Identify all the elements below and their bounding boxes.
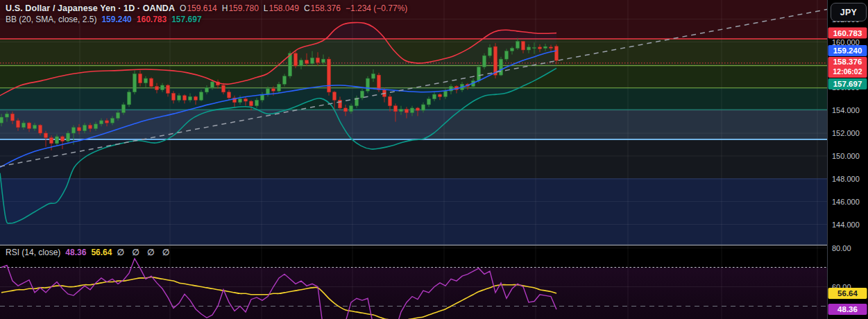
price-badge: 160.783 <box>828 28 867 39</box>
rsi-band-fill <box>0 268 827 319</box>
price-scale[interactable]: 162.000160.000156.000154.000152.000150.0… <box>827 0 868 319</box>
candle[interactable] <box>294 51 298 69</box>
chart-canvas[interactable]: 162.000160.000156.000154.000152.000150.0… <box>0 0 868 319</box>
candle[interactable] <box>327 57 331 96</box>
ohlc-close: C158.376 <box>304 3 341 13</box>
currency-unit-button[interactable]: JPY <box>831 3 867 21</box>
price-badge: 56.64 <box>828 288 867 299</box>
candle[interactable] <box>500 57 503 76</box>
price-zone <box>0 179 827 253</box>
ohlc-low: L158.049 <box>264 3 299 13</box>
symbol-legend-row[interactable]: U.S. Dollar / Japanese Yen · 1D · OANDA … <box>6 3 407 13</box>
candle[interactable] <box>483 53 486 69</box>
rsi-indicator-label: RSI (14, close) <box>6 248 60 257</box>
rsi-ma-value: 56.64 <box>91 248 112 257</box>
price-pane[interactable] <box>0 0 827 253</box>
axis-tick-label: 154.000 <box>832 106 860 114</box>
axis-tick-label: 80.00 <box>832 244 851 252</box>
axis-tick-label: 150.000 <box>832 152 860 160</box>
bb-basis-value: 159.240 <box>101 15 131 24</box>
axis-tick-label: 144.000 <box>832 221 860 229</box>
bb-legend-row[interactable]: BB (20, SMA, close, 2.5) 159.240 160.783… <box>6 15 202 24</box>
ohlc-high: H159.780 <box>222 3 259 13</box>
svg-text:160.783: 160.783 <box>833 29 862 37</box>
bb-lower-value: 157.697 <box>171 15 201 24</box>
rsi-value: 48.36 <box>65 248 86 257</box>
candle[interactable] <box>366 76 370 94</box>
svg-text:159.240: 159.240 <box>833 46 862 55</box>
candle[interactable] <box>133 71 137 95</box>
axis-tick-label: 152.000 <box>832 129 860 137</box>
ohlc-open: O159.614 <box>180 3 217 13</box>
candle[interactable] <box>128 90 131 107</box>
symbol-title: U.S. Dollar / Japanese Yen · 1D · OANDA <box>6 3 175 13</box>
price-zone <box>0 139 827 179</box>
price-zone <box>0 39 827 66</box>
svg-text:12:06:02: 12:06:02 <box>833 67 862 76</box>
axis-tick-label: 148.000 <box>832 175 860 183</box>
svg-text:48.36: 48.36 <box>837 305 858 313</box>
price-badge: 159.240 <box>828 45 867 56</box>
svg-text:157.697: 157.697 <box>833 80 862 88</box>
axis-tick-label: 160.000 <box>832 38 860 46</box>
trading-chart-window: 162.000160.000156.000154.000152.000150.0… <box>0 0 868 319</box>
price-badge: 48.36 <box>828 304 867 315</box>
bb-indicator-label: BB (20, SMA, close, 2.5) <box>6 15 96 24</box>
svg-text:158.376: 158.376 <box>833 58 862 66</box>
price-badge: 158.37612:06:02 <box>828 57 867 78</box>
price-badge: 157.697 <box>828 78 867 89</box>
rsi-empty-values: ∅ ∅ ∅ ∅ <box>117 248 169 257</box>
axis-tick-label: 146.000 <box>832 198 860 206</box>
rsi-legend-row[interactable]: RSI (14, close) 48.36 56.64 ∅ ∅ ∅ ∅ <box>6 248 169 257</box>
bb-upper-value: 160.783 <box>137 15 167 24</box>
price-change: −1.234 (−0.77%) <box>346 3 407 13</box>
svg-text:56.64: 56.64 <box>837 289 858 298</box>
